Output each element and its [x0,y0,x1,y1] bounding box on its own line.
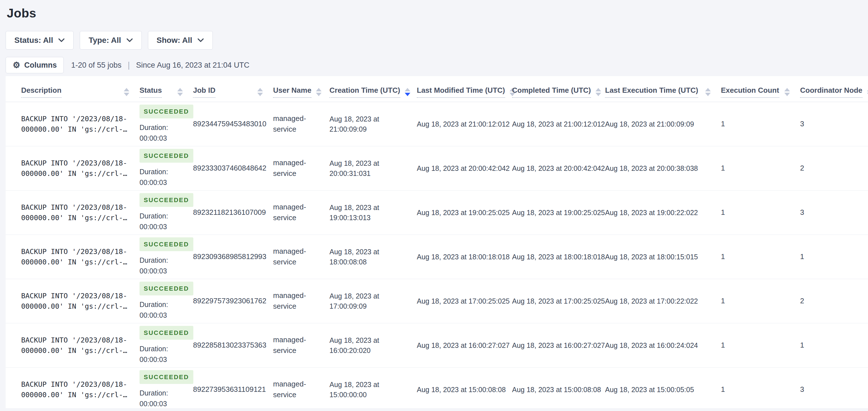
column-header-last-execution-time[interactable]: Last Execution Time (UTC) [605,86,721,102]
sort-arrows-icon[interactable] [705,88,711,96]
user-name-value: managed-service [273,334,319,356]
cell-job-id: 892344759453483010 [193,119,273,129]
job-id-value: 892297573923061762 [193,297,266,305]
cell-coordinator-node: 3 [800,207,868,218]
cell-description: BACKUP INTO '/2023/08/18- 000000.00' IN … [21,246,140,267]
sort-arrows-icon[interactable] [405,88,410,96]
status-badge: SUCCEEDED [140,326,193,340]
cell-coordinator-node: 1 [800,340,868,351]
column-header-job-id[interactable]: Job ID [193,86,273,102]
sort-arrows-icon[interactable] [124,88,129,96]
status-filter-label: Status: All [14,36,53,45]
job-id-value: 892309368985812993 [193,252,266,261]
user-name-value: managed-service [273,202,319,223]
duration-text: Duration: 00:00:03 [140,299,182,321]
cell-execution-count: 1 [721,207,800,218]
cell-description: BACKUP INTO '/2023/08/18- 000000.00' IN … [21,202,140,223]
duration-text: Duration: 00:00:03 [140,344,182,365]
cell-last-execution-time: Aug 18, 2023 at 16:00:24:024 [605,340,721,350]
cell-completed-time: Aug 18, 2023 at 15:00:08:08 [512,384,605,395]
cell-description: BACKUP INTO '/2023/08/18- 000000.00' IN … [21,379,140,400]
creation-time-value: Aug 18, 2023 at 19:00:13:013 [330,202,392,223]
column-header-coordinator-node[interactable]: Coordinator Node [800,86,868,102]
last-execution-time-value: Aug 18, 2023 at 20:00:38:038 [605,164,698,172]
table-row[interactable]: BACKUP INTO '/2023/08/18- 000000.00' IN … [6,368,868,411]
type-filter-dropdown[interactable]: Type: All [80,31,142,50]
last-execution-time-value: Aug 18, 2023 at 15:00:05:05 [605,386,694,393]
column-header-label: Completed Time (UTC) [512,86,591,98]
completed-time-value: Aug 18, 2023 at 18:00:18:018 [512,253,605,261]
creation-time-value: Aug 18, 2023 at 18:00:08:08 [330,247,392,267]
cell-creation-time: Aug 18, 2023 at 18:00:08:08 [330,247,417,267]
duration-text: Duration: 00:00:03 [140,255,182,276]
duration-text: Duration: 00:00:03 [140,167,182,188]
completed-time-value: Aug 18, 2023 at 19:00:25:025 [512,209,605,216]
sort-arrows-icon[interactable] [316,88,321,96]
cell-execution-count: 1 [721,163,800,174]
cell-execution-count: 1 [721,119,800,129]
table-header-row: Description Status Job ID User Name Crea… [6,76,868,102]
last-execution-time-value: Aug 18, 2023 at 19:00:22:022 [605,209,698,216]
execution-count-value: 1 [721,119,725,128]
cell-completed-time: Aug 18, 2023 at 18:00:18:018 [512,252,605,262]
execution-count-value: 1 [721,164,725,172]
coordinator-node-value: 1 [800,341,804,349]
column-header-last-modified-time[interactable]: Last Modified Time (UTC) [417,86,512,102]
last-execution-time-value: Aug 18, 2023 at 18:00:15:015 [605,253,698,261]
column-header-status[interactable]: Status [140,86,193,102]
cell-execution-count: 1 [721,340,800,351]
status-badge: SUCCEEDED [140,105,193,119]
cell-creation-time: Aug 18, 2023 at 20:00:31:031 [330,158,417,179]
cell-last-modified-time: Aug 18, 2023 at 15:00:08:08 [417,384,512,395]
creation-time-value: Aug 18, 2023 at 17:00:09:09 [330,291,392,312]
column-header-description[interactable]: Description [21,86,140,102]
sort-arrows-icon[interactable] [784,88,790,96]
cell-description: BACKUP INTO '/2023/08/18- 000000.00' IN … [21,158,140,179]
completed-time-value: Aug 18, 2023 at 21:00:12:012 [512,120,605,128]
sort-arrows-icon[interactable] [867,88,868,96]
sort-arrows-icon[interactable] [595,88,601,96]
column-header-label: Description [21,86,61,98]
user-name-value: managed-service [273,246,319,267]
description-line-1: BACKUP INTO '/2023/08/18- [21,158,129,169]
sort-arrows-icon[interactable] [257,88,263,96]
job-id-value: 892333037460848642 [193,164,266,172]
creation-time-value: Aug 18, 2023 at 20:00:31:031 [330,158,392,179]
cell-creation-time: Aug 18, 2023 at 21:00:09:09 [330,114,417,135]
table-row[interactable]: BACKUP INTO '/2023/08/18- 000000.00' IN … [6,146,868,190]
table-body: BACKUP INTO '/2023/08/18- 000000.00' IN … [6,102,868,411]
cell-execution-count: 1 [721,384,800,395]
last-modified-time-value: Aug 18, 2023 at 16:00:27:027 [417,341,509,349]
cell-job-id: 892285813023375363 [193,340,273,351]
cell-last-modified-time: Aug 18, 2023 at 20:00:42:042 [417,163,512,173]
cell-completed-time: Aug 18, 2023 at 17:00:25:025 [512,296,605,306]
description-line-2: 000000.00' IN 'gs://crl-… [21,212,129,223]
cell-status: SUCCEEDED Duration: 00:00:03 [140,326,193,365]
cell-last-modified-time: Aug 18, 2023 at 18:00:18:018 [417,252,512,262]
table-row[interactable]: BACKUP INTO '/2023/08/18- 000000.00' IN … [6,235,868,279]
column-header-user-name[interactable]: User Name [273,86,330,102]
cell-user-name: managed-service [273,334,330,356]
show-filter-label: Show: All [157,36,192,45]
show-filter-dropdown[interactable]: Show: All [148,31,213,50]
table-row[interactable]: BACKUP INTO '/2023/08/18- 000000.00' IN … [6,279,868,323]
status-badge: SUCCEEDED [140,149,193,163]
cell-user-name: managed-service [273,290,330,312]
duration-text: Duration: 00:00:03 [140,211,182,232]
creation-time-value: Aug 18, 2023 at 16:00:20:020 [330,335,392,356]
table-row[interactable]: BACKUP INTO '/2023/08/18- 000000.00' IN … [6,102,868,146]
sort-arrows-icon[interactable] [177,88,183,96]
column-header-completed-time[interactable]: Completed Time (UTC) [512,86,605,102]
table-toolbar: ⚙ Columns 1-20 of 55 jobs | Since Aug 16… [6,57,868,73]
filter-bar: Status: All Type: All Show: All [6,31,868,50]
since-text: Since Aug 16, 2023 at 21:04 UTC [136,61,249,70]
table-row[interactable]: BACKUP INTO '/2023/08/18- 000000.00' IN … [6,190,868,235]
column-header-execution-count[interactable]: Execution Count [721,86,800,102]
job-id-value: 892344759453483010 [193,119,266,128]
column-header-creation-time[interactable]: Creation Time (UTC) [330,86,417,102]
columns-button[interactable]: ⚙ Columns [6,57,64,73]
table-row[interactable]: BACKUP INTO '/2023/08/18- 000000.00' IN … [6,323,868,368]
cell-coordinator-node: 3 [800,384,868,395]
status-filter-dropdown[interactable]: Status: All [6,31,73,50]
column-header-label: Last Execution Time (UTC) [605,86,698,98]
